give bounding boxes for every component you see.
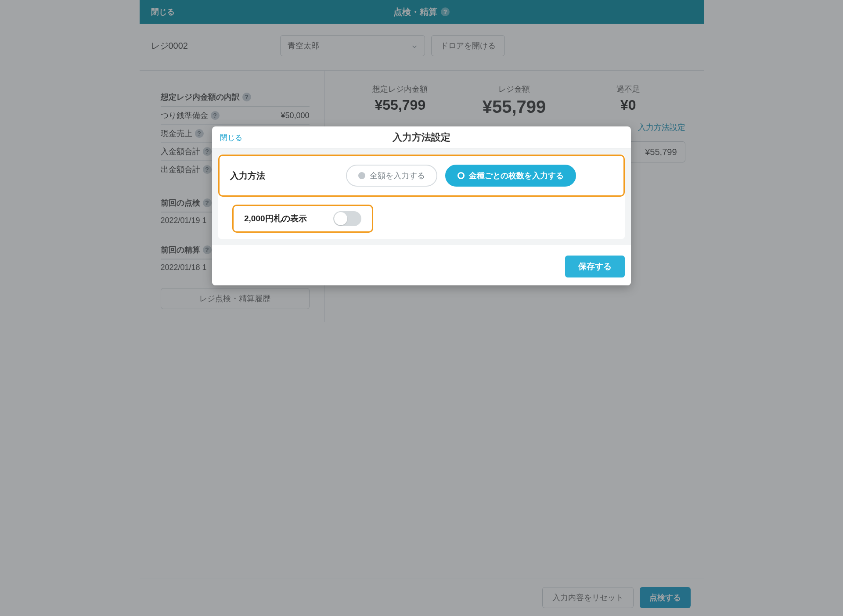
bill-2000-toggle[interactable] [333,211,361,226]
option-total-amount[interactable]: 全額を入力する [346,165,437,187]
input-method-label: 入力方法 [230,170,335,182]
option-by-denomination[interactable]: 金種ごとの枚数を入力する [445,165,576,187]
input-method-modal: 閉じる 入力方法設定 入力方法 全額を入力する [212,126,631,285]
radio-icon [458,172,465,179]
radio-icon [358,172,365,179]
option-by-denomination-label: 金種ごとの枚数を入力する [469,170,564,181]
save-button[interactable]: 保存する [565,256,625,277]
option-total-amount-label: 全額を入力する [370,170,425,181]
modal-close-button[interactable]: 閉じる [220,132,242,142]
modal-overlay: 閉じる 入力方法設定 入力方法 全額を入力する [0,0,843,616]
input-method-section: 入力方法 全額を入力する 金種ごとの枚数を入力する [218,155,625,197]
bill-2000-label: 2,000円札の表示 [244,213,307,224]
modal-title: 入力方法設定 [393,131,450,144]
bill-2000-section: 2,000円札の表示 [232,205,373,233]
